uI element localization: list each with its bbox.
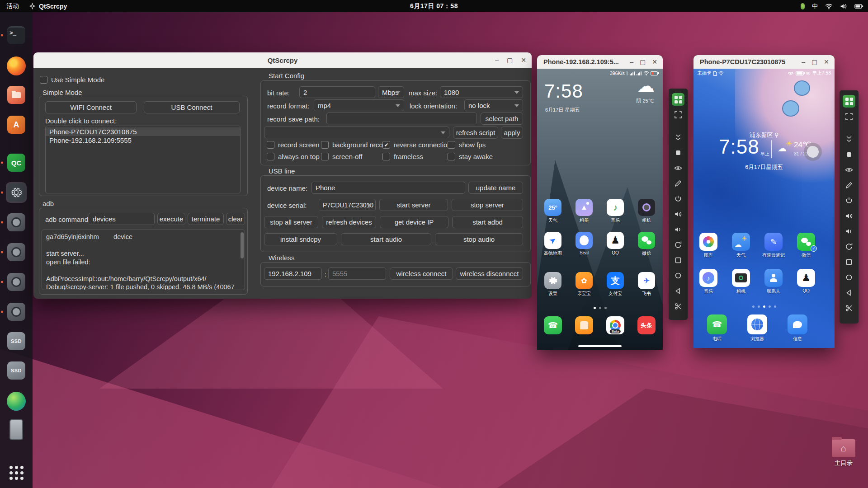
volume-up-icon[interactable]: [843, 210, 855, 222]
phone2-maximize-button[interactable]: ▢: [811, 58, 817, 66]
app-qq-app[interactable]: ♟QQ: [601, 232, 629, 255]
group-control-icon[interactable]: [672, 93, 684, 106]
recents-icon[interactable]: [672, 254, 684, 267]
stop-audio-button[interactable]: stop audio: [435, 233, 523, 245]
device-list-item[interactable]: Phone-192.168.2.109:5555: [46, 136, 240, 145]
app-hw-weather-app[interactable]: ☀☁天气: [727, 233, 755, 258]
home-directory-shortcut[interactable]: ⌂ 主目录: [825, 439, 863, 467]
checkbox-screen-off[interactable]: screen-off: [321, 153, 362, 160]
phone2-screen[interactable]: 未插卡 90 早上7:58 浦东新区 ⚲ 7:58 早上 ☀ ☁ 24℃ 31 …: [693, 69, 835, 348]
dock-item-device-mirror-2[interactable]: [6, 242, 27, 263]
checkbox-stay-awake[interactable]: stay awake: [448, 153, 493, 160]
app-contacts-app[interactable]: 联系人: [760, 269, 788, 295]
back-icon[interactable]: [672, 285, 684, 297]
qtscrcpy-titlebar[interactable]: QtScrcpy – ▢ ✕: [33, 52, 532, 68]
dock-item-terminal[interactable]: >_: [6, 25, 27, 46]
dock-item-device-mirror-3[interactable]: [6, 272, 27, 292]
close-button[interactable]: ✕: [521, 56, 526, 64]
volume-down-icon[interactable]: [843, 225, 855, 238]
phone2-close-button[interactable]: ✕: [824, 58, 829, 66]
app-hw-wechat-app[interactable]: ✓微信: [792, 233, 820, 258]
wireless-connect-button[interactable]: wireless connect: [390, 267, 453, 280]
clip-icon[interactable]: [672, 300, 684, 313]
app-wechat-app[interactable]: 微信: [632, 232, 660, 257]
app-weather-app[interactable]: 25°天气: [539, 199, 567, 224]
app-alipay-app[interactable]: 支支付宝: [601, 272, 629, 297]
rotate-icon[interactable]: [672, 239, 684, 251]
wifi-connect-button[interactable]: WIFI Connect: [45, 101, 137, 113]
app-chrome-app[interactable]: Beta: [601, 316, 629, 334]
dock-item-firefox[interactable]: [6, 56, 27, 76]
lock-orientation-combo[interactable]: no lock: [464, 99, 523, 111]
app-browser-app[interactable]: 浏览器: [743, 314, 771, 342]
get-device-IP-button[interactable]: get device IP: [380, 216, 448, 228]
dock-item-qt-creator[interactable]: QC: [6, 152, 27, 173]
usb-connect-button[interactable]: USB Connect: [144, 101, 240, 113]
back-icon[interactable]: [843, 286, 855, 299]
dock-item-sync-app[interactable]: [6, 391, 27, 412]
device-list-item[interactable]: Phone-P7CDU17C23010875: [46, 127, 240, 136]
checkbox-show-fps[interactable]: show fps: [448, 141, 486, 149]
use-simple-mode-checkbox[interactable]: Use Simple Mode: [40, 76, 104, 84]
app-settings-app[interactable]: 设置: [539, 272, 567, 297]
start-audio-button[interactable]: start audio: [341, 233, 431, 245]
fullscreen-icon[interactable]: [672, 108, 684, 121]
checkbox-record-screen[interactable]: record screen: [267, 141, 320, 149]
max-size-combo[interactable]: 1080: [440, 86, 523, 98]
dock-item-settings[interactable]: [6, 182, 27, 203]
phone1-close-button[interactable]: ✕: [652, 58, 657, 66]
record-format-combo[interactable]: mp4: [314, 99, 404, 111]
wireless-disconnect-button[interactable]: wireless disconnect: [456, 267, 523, 280]
phone1-titlebar[interactable]: Phone-192.168.2.109:5... – ▢ ✕: [537, 55, 663, 69]
clock[interactable]: 6月17日 07：58: [410, 2, 458, 10]
collapse-icon[interactable]: [672, 131, 684, 144]
terminate-button[interactable]: terminate: [188, 213, 224, 225]
checkbox-reverse-connection[interactable]: ✔reverse connection: [382, 141, 451, 149]
battery-icon[interactable]: [854, 4, 863, 9]
dock-item-device-mirror-1[interactable]: [6, 212, 27, 233]
install-sndcpy-button[interactable]: install sndcpy: [264, 233, 337, 245]
assistive-ball[interactable]: [804, 143, 822, 161]
execute-button[interactable]: execute: [157, 213, 185, 225]
bit-rate-unit-combo[interactable]: Mbps: [378, 86, 404, 98]
adb-log-output[interactable]: ga7d65ylnj6xinhm device start server... …: [42, 230, 245, 290]
home-icon[interactable]: [672, 269, 684, 282]
app-phone-app[interactable]: ☎: [539, 316, 567, 334]
device-serial-combo[interactable]: P7CDU17C23010: [319, 199, 376, 211]
device-list[interactable]: Phone-P7CDU17C23010875Phone-192.168.2.10…: [45, 126, 241, 193]
wifi-icon[interactable]: [825, 3, 833, 9]
bit-rate-input[interactable]: 2: [299, 86, 375, 98]
app-hw-music-app[interactable]: ♪音乐: [694, 269, 722, 295]
checkbox-background-record[interactable]: background record: [321, 141, 389, 149]
app-hw-gallery-app[interactable]: 图库: [694, 233, 722, 258]
phone1-maximize-button[interactable]: ▢: [640, 58, 646, 66]
refresh-devices-button[interactable]: refresh devices: [322, 216, 376, 228]
adb-command-input[interactable]: devices: [89, 213, 155, 225]
app-hw-camera-app[interactable]: 相机: [727, 269, 755, 295]
app-seal-app[interactable]: Seal: [570, 232, 598, 255]
fullscreen-icon[interactable]: [843, 110, 855, 123]
minimize-button[interactable]: –: [495, 56, 499, 64]
stop-server-button[interactable]: stop server: [452, 199, 523, 211]
input-method-indicator[interactable]: 中: [812, 2, 818, 10]
checkbox-always-on-top[interactable]: always on top: [267, 153, 320, 160]
app-youdao-app[interactable]: ✎有道云笔记: [760, 233, 788, 258]
phone1-screen[interactable]: 396K/s ᛒ 7:58 6月17日 星期五 ☁ 阴 25℃ 25°天气▲相册…: [537, 69, 663, 350]
refresh-script-button[interactable]: refresh script: [453, 127, 498, 139]
dock-item-files[interactable]: [6, 84, 27, 105]
phone2-titlebar[interactable]: Phone-P7CDU17C23010875 – ▢ ✕: [693, 55, 835, 69]
screenshot-icon[interactable]: [843, 148, 855, 161]
app-qq-app[interactable]: ♟QQ: [792, 269, 820, 293]
device-name-input[interactable]: Phone: [311, 182, 465, 194]
screen-off-icon[interactable]: [672, 162, 684, 174]
record-save-path-input[interactable]: [326, 113, 477, 124]
clear-button[interactable]: clear: [226, 213, 245, 225]
dock-item-device-mirror-4[interactable]: [6, 301, 27, 322]
clip-icon[interactable]: [843, 302, 855, 314]
screenshot-icon[interactable]: [672, 146, 684, 159]
power-icon[interactable]: [672, 192, 684, 205]
home-icon[interactable]: [843, 271, 855, 284]
log-scrollbar[interactable]: [241, 232, 244, 258]
touch-icon[interactable]: [843, 179, 855, 192]
app-amap-app[interactable]: ➤高德地图: [539, 232, 567, 257]
